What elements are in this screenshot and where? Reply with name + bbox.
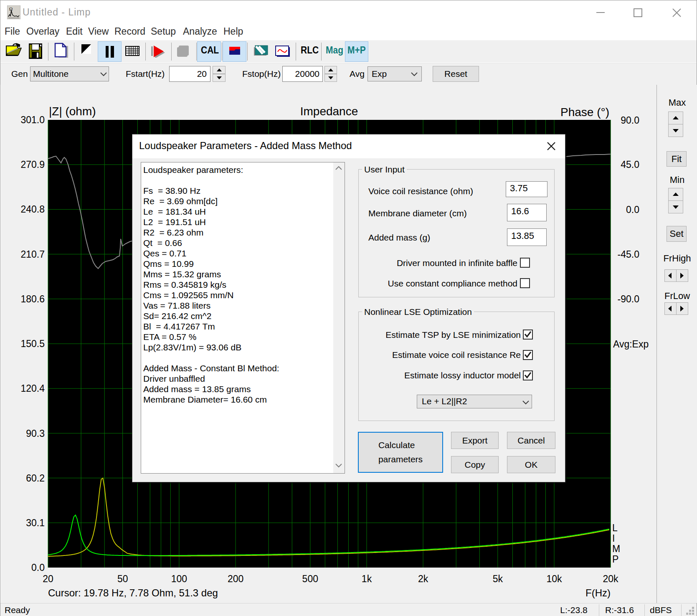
svg-text:Ω: Ω (9, 6, 13, 11)
